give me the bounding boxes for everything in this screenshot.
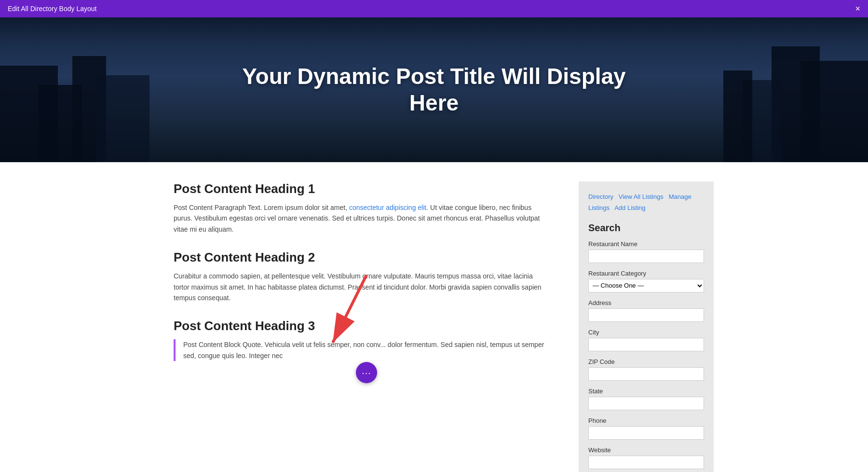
input-state[interactable] (588, 397, 704, 410)
input-restaurant-name[interactable] (588, 250, 704, 263)
label-restaurant-category: Restaurant Category (588, 270, 704, 277)
label-city: City (588, 329, 704, 336)
sidebar-links: Directory View All Listings Manage Listi… (588, 191, 704, 214)
content-section-3: Post Content Heading 3 Post Content Bloc… (174, 319, 550, 361)
content-heading-2: Post Content Heading 2 (174, 250, 550, 265)
hero-title: Your Dynamic Post Title Will Display Her… (217, 63, 651, 116)
content-paragraph-1: Post Content Paragraph Text. Lorem ipsum… (174, 202, 550, 235)
building-right-4 (723, 70, 752, 162)
content-section-2: Post Content Heading 2 Curabitur a commo… (174, 250, 550, 303)
content-blockquote: Post Content Block Quote. Vehicula velit… (174, 339, 550, 361)
label-zip: ZIP Code (588, 358, 704, 365)
building-left-4 (96, 75, 149, 162)
purple-bubble-button[interactable]: ··· (356, 362, 377, 383)
form-group-restaurant-name: Restaurant Name (588, 240, 704, 263)
main-content: Post Content Heading 1 Post Content Para… (145, 162, 723, 472)
input-phone[interactable] (588, 426, 704, 440)
close-button[interactable]: × (855, 4, 860, 13)
title-bar-label: Edit All Directory Body Layout (8, 5, 96, 13)
form-group-restaurant-category: Restaurant Category — Choose One — Itali… (588, 270, 704, 292)
sidebar-link-directory[interactable]: Directory (588, 193, 613, 200)
select-restaurant-category[interactable]: — Choose One — Italian Chinese Mexican A… (588, 279, 704, 292)
hero-section: Your Dynamic Post Title Will Display Her… (0, 17, 868, 162)
label-address: Address (588, 299, 704, 306)
form-group-state: State (588, 388, 704, 410)
blockquote-text: Post Content Block Quote. Vehicula velit… (183, 339, 550, 361)
form-group-zip: ZIP Code (588, 358, 704, 381)
form-group-website: Website (588, 446, 704, 469)
form-group-phone: Phone (588, 417, 704, 440)
input-website[interactable] (588, 456, 704, 469)
form-group-city: City (588, 329, 704, 351)
content-heading-3: Post Content Heading 3 (174, 319, 550, 333)
label-phone: Phone (588, 417, 704, 424)
input-zip[interactable] (588, 367, 704, 381)
input-city[interactable] (588, 338, 704, 351)
form-group-address: Address (588, 299, 704, 322)
label-restaurant-name: Restaurant Name (588, 240, 704, 248)
input-address[interactable] (588, 308, 704, 322)
sidebar-search-title: Search (588, 222, 704, 234)
content-heading-1: Post Content Heading 1 (174, 181, 550, 196)
bubble-dots-icon: ··· (362, 368, 371, 377)
title-bar: Edit All Directory Body Layout × (0, 0, 868, 17)
label-state: State (588, 388, 704, 395)
content-paragraph-2: Curabitur a commodo sapien, at pellentes… (174, 271, 550, 303)
sidebar-link-view-all[interactable]: View All Listings (619, 193, 664, 200)
label-website: Website (588, 446, 704, 454)
sidebar-link-add[interactable]: Add Listing (614, 204, 645, 211)
content-section-1: Post Content Heading 1 Post Content Para… (174, 181, 550, 235)
content-link-1[interactable]: consectetur adipiscing elit. (349, 204, 428, 211)
sidebar: Directory View All Listings Manage Listi… (579, 181, 714, 472)
content-area: Post Content Heading 1 Post Content Para… (174, 181, 550, 472)
